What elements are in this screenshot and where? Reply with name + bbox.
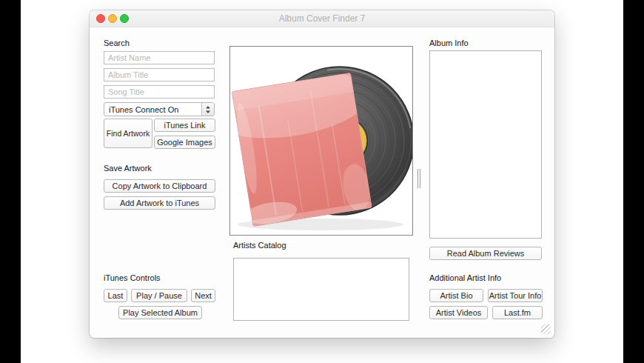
resize-grip[interactable]: [541, 324, 551, 334]
split-divider-handle[interactable]: [417, 169, 420, 188]
itunes-link-button[interactable]: iTunes Link: [154, 119, 215, 132]
zoom-button[interactable]: [120, 14, 129, 23]
save-artwork-section-label: Save Artwork: [104, 164, 152, 173]
copy-artwork-button[interactable]: Copy Artwork to Clipboard: [104, 179, 215, 193]
album-artwork-image: [230, 47, 412, 235]
itunes-connect-select[interactable]: iTunes Connect On: [104, 102, 215, 116]
album-title-input[interactable]: [104, 68, 215, 81]
minimize-button[interactable]: [108, 14, 117, 23]
artist-videos-button[interactable]: Artist Videos: [429, 306, 488, 319]
album-info-section-label: Album Info: [429, 39, 469, 47]
close-button[interactable]: [96, 14, 105, 23]
find-artwork-button[interactable]: Find Artwork: [104, 119, 152, 148]
app-window: Album Cover Finder 7 Search iTunes Conne…: [90, 10, 554, 338]
google-images-button[interactable]: Google Images: [154, 136, 215, 149]
letterbox-left: [0, 0, 21, 363]
artist-tour-info-button[interactable]: Artist Tour Info: [488, 289, 543, 302]
album-info-textarea[interactable]: [429, 50, 542, 239]
additional-artist-info-section-label: Additional Artist Info: [429, 273, 501, 282]
search-section-label: Search: [104, 39, 130, 47]
itunes-connect-select-value: iTunes Connect On: [104, 103, 201, 116]
last-button[interactable]: Last: [104, 289, 127, 302]
window-title: Album Cover Finder 7: [90, 10, 554, 27]
add-artwork-button[interactable]: Add Artwork to iTunes: [104, 196, 215, 210]
lastfm-button[interactable]: Last.fm: [492, 306, 543, 319]
play-pause-button[interactable]: Play / Pause: [131, 289, 187, 302]
read-album-reviews-button[interactable]: Read Album Reviews: [429, 247, 542, 260]
play-selected-album-button[interactable]: Play Selected Album: [118, 306, 202, 319]
artist-bio-button[interactable]: Artist Bio: [429, 289, 483, 302]
artists-catalog-label: Artists Catalog: [233, 241, 286, 250]
artwork-preview-box: [229, 46, 413, 236]
itunes-controls-section-label: iTunes Controls: [104, 273, 161, 282]
popup-stepper-icon: [201, 103, 214, 116]
titlebar[interactable]: Album Cover Finder 7: [90, 10, 554, 27]
artist-name-input[interactable]: [104, 51, 215, 64]
letterbox-right: [623, 0, 644, 363]
artists-catalog-list[interactable]: [233, 258, 409, 321]
next-button[interactable]: Next: [191, 289, 215, 302]
song-title-input[interactable]: [104, 85, 215, 99]
